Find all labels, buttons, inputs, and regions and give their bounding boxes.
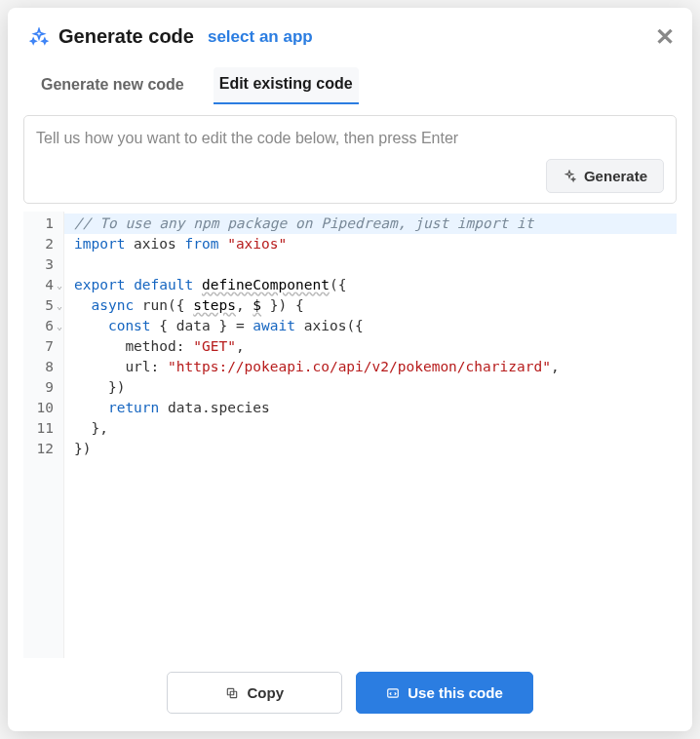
line-number: 9 (27, 377, 54, 398)
generate-code-modal: ✕ Generate code select an app Generate n… (8, 8, 692, 731)
modal-header: Generate code select an app (8, 8, 692, 56)
code-line[interactable]: }) (74, 439, 677, 459)
code-line[interactable]: url: "https://pokeapi.co/api/v2/pokemon/… (74, 357, 677, 377)
line-number: 8 (27, 357, 54, 377)
modal-footer: Copy Use this code (8, 658, 692, 731)
sparkle-icon (29, 27, 49, 47)
generate-button[interactable]: Generate (546, 159, 664, 193)
line-number: 12 (27, 439, 54, 459)
use-code-button-label: Use this code (408, 684, 503, 701)
code-line[interactable]: }, (74, 418, 677, 439)
line-number: 4 (27, 275, 54, 295)
code-line[interactable] (74, 254, 677, 275)
close-icon[interactable]: ✕ (655, 25, 675, 49)
use-code-button[interactable]: Use this code (356, 672, 533, 714)
code-line[interactable]: // To use any npm package on Pipedream, … (64, 214, 677, 234)
line-number: 3 (27, 254, 54, 275)
select-app-link[interactable]: select an app (208, 27, 313, 47)
modal-title: Generate code (58, 25, 194, 48)
svg-rect-2 (388, 688, 399, 696)
sparkle-icon (563, 170, 576, 183)
line-number: 2 (27, 234, 54, 254)
line-number: 1 (27, 214, 54, 234)
code-content[interactable]: // To use any npm package on Pipedream, … (64, 212, 677, 658)
line-number: 10 (27, 398, 54, 418)
code-line[interactable]: export default defineComponent({ (74, 275, 677, 295)
line-number: 5 (27, 295, 54, 316)
code-editor[interactable]: 123456789101112 // To use any npm packag… (23, 212, 677, 658)
tab-generate-new[interactable]: Generate new code (35, 67, 190, 104)
code-line[interactable]: async run({ steps, $ }) { (74, 295, 677, 316)
line-number: 6 (27, 316, 54, 336)
code-line[interactable]: method: "GET", (74, 336, 677, 357)
code-icon (386, 686, 400, 700)
copy-button[interactable]: Copy (167, 672, 342, 714)
code-line[interactable]: return data.species (74, 398, 677, 418)
code-line[interactable]: }) (74, 377, 677, 398)
line-number: 7 (27, 336, 54, 357)
prompt-actions: Generate (36, 159, 664, 193)
prompt-input[interactable] (36, 126, 664, 151)
line-gutter: 123456789101112 (23, 212, 64, 658)
copy-button-label: Copy (247, 684, 284, 701)
code-line[interactable]: const { data } = await axios({ (74, 316, 677, 336)
code-line[interactable]: import axios from "axios" (74, 234, 677, 254)
copy-icon (225, 686, 239, 700)
generate-button-label: Generate (584, 168, 647, 184)
prompt-box: Generate (23, 115, 677, 204)
tabs: Generate new code Edit existing code (8, 56, 692, 105)
line-number: 11 (27, 418, 54, 439)
tab-edit-existing[interactable]: Edit existing code (214, 67, 359, 104)
